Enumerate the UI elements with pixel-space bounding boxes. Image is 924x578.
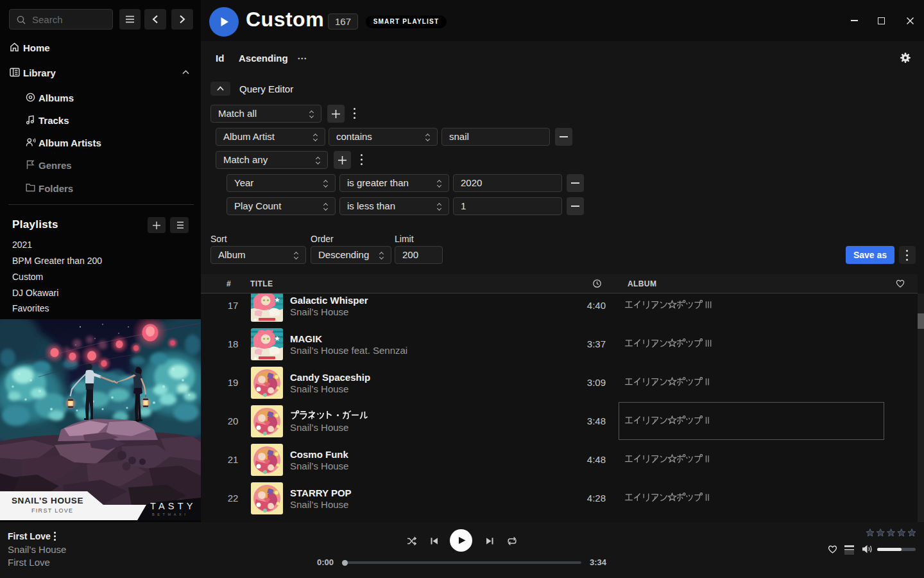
svg-text:SNAIL’S HOUSE: SNAIL’S HOUSE: [12, 496, 83, 505]
svg-text:BETMAXI: BETMAXI: [152, 512, 188, 516]
svg-text:TASTY: TASTY: [150, 501, 196, 511]
svg-text:FIRST LOVE: FIRST LOVE: [31, 507, 73, 514]
